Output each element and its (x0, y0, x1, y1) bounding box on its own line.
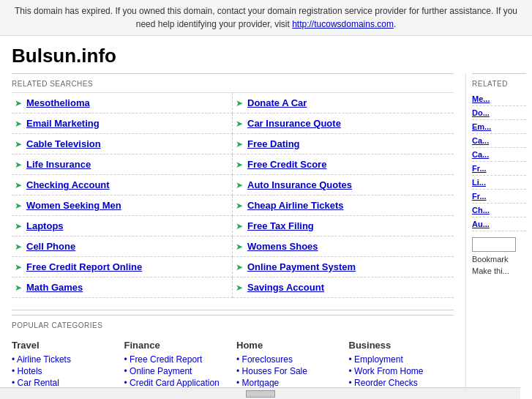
search-link[interactable]: Women Seeking Men (26, 200, 121, 211)
search-link[interactable]: Free Dating (247, 138, 300, 149)
search-arrow-icon: ➤ (236, 119, 243, 129)
search-item: ➤Laptops (12, 216, 233, 236)
popular-link[interactable]: Online Payment (124, 365, 230, 377)
sidebar-link-7[interactable]: Fr... (472, 190, 526, 204)
popular-label: POPULAR CATEGORIES (12, 315, 454, 334)
search-arrow-icon: ➤ (15, 221, 22, 231)
search-item: ➤Cheap Airline Tickets (233, 195, 454, 216)
popular-col-0: TravelAirline TicketsHotelsCar Rental (12, 340, 117, 389)
sidebar-link-3[interactable]: Ca... (472, 134, 526, 148)
search-link[interactable]: Online Payment System (247, 261, 356, 272)
search-item: ➤Car Insurance Quote (233, 113, 454, 134)
popular-col-title: Business (349, 340, 454, 351)
sidebar-link-0[interactable]: Me... (472, 92, 526, 106)
search-item: ➤Auto Insurance Quotes (233, 175, 454, 195)
search-item: ➤Life Insurance (12, 154, 233, 175)
search-arrow-icon: ➤ (236, 201, 243, 211)
search-link[interactable]: Email Marketing (26, 118, 100, 129)
search-arrow-icon: ➤ (15, 201, 22, 211)
search-arrow-icon: ➤ (15, 262, 22, 272)
sidebar-link-2[interactable]: Em... (472, 120, 526, 134)
search-arrow-icon: ➤ (15, 98, 22, 108)
popular-link[interactable]: Hotels (12, 365, 117, 377)
popular-link[interactable]: Employment (349, 354, 454, 365)
search-link[interactable]: Checking Account (26, 179, 110, 190)
popular-col-3: BusinessEmploymentWork From HomeReorder … (349, 340, 454, 389)
sidebar-links: Me...Do...Em...Ca...Ca...Fr...Li...Fr...… (472, 92, 526, 231)
search-item: ➤Online Payment System (233, 257, 454, 277)
search-item: ➤Mesothelioma (12, 93, 233, 113)
search-arrow-icon: ➤ (236, 180, 243, 190)
search-link[interactable]: Laptops (26, 220, 64, 231)
popular-col-title: Home (236, 340, 342, 351)
search-item: ➤Free Credit Score (233, 154, 454, 175)
search-arrow-icon: ➤ (15, 160, 22, 170)
search-item: ➤Math Games (12, 277, 233, 298)
search-item: ➤Checking Account (12, 175, 233, 195)
search-arrow-icon: ➤ (15, 283, 22, 293)
right-panel-box[interactable] (472, 237, 516, 252)
search-link[interactable]: Car Insurance Quote (247, 118, 341, 129)
search-arrow-icon: ➤ (15, 242, 22, 252)
search-item: ➤Free Dating (233, 134, 454, 154)
popular-link[interactable]: Airline Tickets (12, 354, 117, 365)
main-content: RELATED SEARCHES ➤Mesothelioma➤Donate A … (0, 73, 466, 399)
make-text: Make thi... (472, 266, 526, 275)
right-sidebar: RELATED Me...Do...Em...Ca...Ca...Fr...Li… (466, 73, 532, 399)
popular-link[interactable]: Foreclosures (236, 354, 342, 365)
popular-section: POPULAR CATEGORIES TravelAirline Tickets… (12, 310, 454, 389)
sidebar-link-1[interactable]: Do... (472, 106, 526, 120)
sidebar-link-6[interactable]: Li... (472, 176, 526, 190)
popular-grid: TravelAirline TicketsHotelsCar RentalFin… (12, 340, 454, 389)
search-item: ➤Cable Television (12, 134, 233, 154)
search-arrow-icon: ➤ (15, 180, 22, 190)
search-link[interactable]: Savings Account (247, 282, 324, 293)
notice-link[interactable]: http://tucowsdomains.com (292, 19, 394, 29)
search-item: ➤Free Credit Report Online (12, 257, 233, 277)
search-link[interactable]: Free Credit Score (247, 159, 326, 170)
search-link[interactable]: Math Games (26, 282, 83, 293)
search-arrow-icon: ➤ (15, 139, 22, 149)
search-link[interactable]: Free Tax Filing (247, 220, 314, 231)
popular-col-title: Finance (124, 340, 230, 351)
search-arrow-icon: ➤ (236, 262, 243, 272)
search-arrow-icon: ➤ (15, 119, 22, 129)
search-item: ➤Womens Shoes (233, 236, 454, 257)
popular-col-2: HomeForeclosuresHouses For SaleMortgage (236, 340, 342, 389)
search-arrow-icon: ➤ (236, 283, 243, 293)
sidebar-link-4[interactable]: Ca... (472, 148, 526, 162)
search-link[interactable]: Womens Shoes (247, 241, 318, 252)
search-item: ➤Savings Account (233, 277, 454, 298)
popular-link[interactable]: Work From Home (349, 365, 454, 377)
popular-col-1: FinanceFree Credit ReportOnline PaymentC… (124, 340, 230, 389)
search-link[interactable]: Mesothelioma (26, 97, 90, 108)
search-item: ➤Women Seeking Men (12, 195, 233, 216)
popular-link[interactable]: Free Credit Report (124, 354, 230, 365)
top-notice: This domain has expired. If you owned th… (0, 0, 532, 36)
search-link[interactable]: Free Credit Report Online (26, 261, 142, 272)
search-link[interactable]: Cheap Airline Tickets (247, 200, 344, 211)
bookmark-text: Bookmark (472, 255, 526, 264)
popular-col-title: Travel (12, 340, 117, 351)
search-arrow-icon: ➤ (236, 242, 243, 252)
search-item: ➤Cell Phone (12, 236, 233, 257)
bottom-scrollbar[interactable] (0, 387, 520, 399)
notice-text: This domain has expired. If you owned th… (15, 6, 517, 29)
search-arrow-icon: ➤ (236, 139, 243, 149)
search-arrow-icon: ➤ (236, 98, 243, 108)
sidebar-link-5[interactable]: Fr... (472, 162, 526, 176)
search-link[interactable]: Cable Television (26, 138, 101, 149)
search-item: ➤Free Tax Filing (233, 216, 454, 236)
sidebar-link-9[interactable]: Au... (472, 217, 526, 231)
search-link[interactable]: Donate A Car (247, 97, 307, 108)
search-link[interactable]: Life Insurance (26, 159, 91, 170)
search-arrow-icon: ➤ (236, 221, 243, 231)
searches-grid: ➤Mesothelioma➤Donate A Car➤Email Marketi… (12, 92, 454, 298)
search-link[interactable]: Auto Insurance Quotes (247, 179, 352, 190)
scroll-thumb[interactable] (246, 390, 275, 398)
search-link[interactable]: Cell Phone (26, 241, 75, 252)
sidebar-link-8[interactable]: Ch... (472, 204, 526, 217)
search-item: ➤Donate A Car (233, 93, 454, 113)
popular-link[interactable]: Houses For Sale (236, 365, 342, 377)
related-label-right: RELATED (472, 73, 526, 92)
